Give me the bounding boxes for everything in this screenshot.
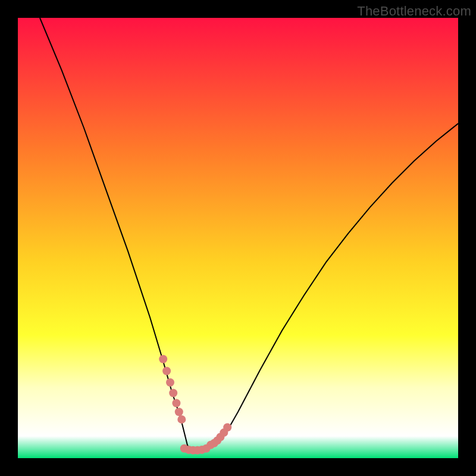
chart-svg <box>18 18 458 458</box>
watermark-label: TheBottleneck.com <box>357 4 471 19</box>
marker-dot <box>202 444 211 453</box>
gradient-background <box>18 18 458 458</box>
marker-dot <box>177 415 186 424</box>
chart-frame: TheBottleneck.com <box>0 0 476 476</box>
marker-dot <box>159 355 167 364</box>
marker-dot <box>223 423 231 431</box>
marker-dot <box>175 408 183 416</box>
marker-dot <box>169 389 177 397</box>
marker-dot <box>172 399 180 408</box>
marker-dot <box>162 367 171 375</box>
chart-plot-area <box>18 18 458 458</box>
marker-dot <box>166 378 174 387</box>
